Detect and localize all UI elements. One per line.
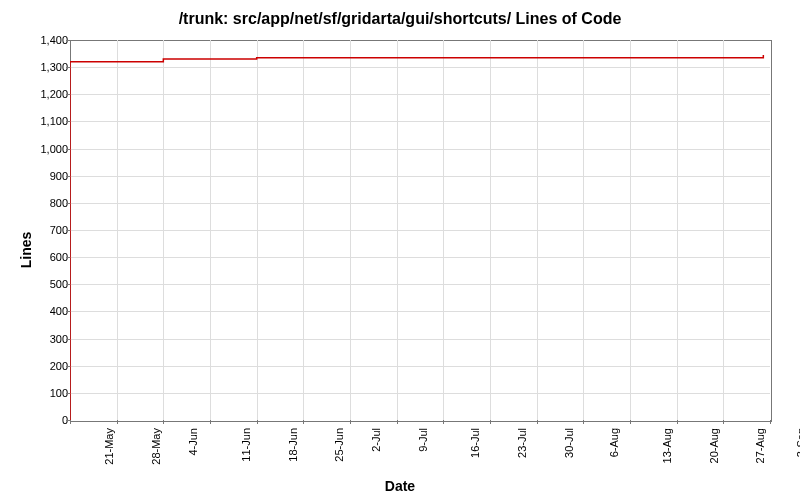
x-tick-label: 30-Jul bbox=[563, 428, 575, 458]
x-tick-label: 25-Jun bbox=[333, 428, 345, 462]
x-tick-label: 9-Jul bbox=[417, 428, 429, 452]
y-tick-label: 1,100 bbox=[32, 115, 68, 127]
x-tick-label: 28-May bbox=[149, 428, 161, 465]
x-tick-label: 13-Aug bbox=[661, 428, 673, 463]
x-tick-label: 20-Aug bbox=[708, 428, 720, 463]
chart-title: /trunk: src/app/net/sf/gridarta/gui/shor… bbox=[0, 10, 800, 28]
x-tick-label: 16-Jul bbox=[469, 428, 481, 458]
y-tick-label: 0 bbox=[32, 414, 68, 426]
plot-area bbox=[70, 40, 772, 422]
x-tick-label: 18-Jun bbox=[286, 428, 298, 462]
x-axis-label: Date bbox=[0, 478, 800, 494]
x-tick-label: 4-Jun bbox=[187, 428, 199, 456]
chart-container: /trunk: src/app/net/sf/gridarta/gui/shor… bbox=[0, 0, 800, 500]
y-tick-label: 500 bbox=[32, 278, 68, 290]
y-tick-label: 100 bbox=[32, 387, 68, 399]
y-tick-label: 1,400 bbox=[32, 34, 68, 46]
y-tick-label: 300 bbox=[32, 333, 68, 345]
x-tick-label: 11-Jun bbox=[240, 428, 252, 462]
y-tick-label: 800 bbox=[32, 197, 68, 209]
y-tick-label: 1,200 bbox=[32, 88, 68, 100]
x-tick-label: 21-May bbox=[103, 428, 115, 465]
y-tick-label: 1,300 bbox=[32, 61, 68, 73]
x-tick-label: 2-Jul bbox=[370, 428, 382, 452]
x-tick-label: 23-Jul bbox=[516, 428, 528, 458]
x-tick-label: 3-Sep bbox=[795, 428, 800, 457]
x-tick-label: 6-Aug bbox=[609, 428, 621, 457]
y-tick-label: 600 bbox=[32, 251, 68, 263]
y-tick-label: 900 bbox=[32, 170, 68, 182]
y-tick-label: 1,000 bbox=[32, 143, 68, 155]
y-tick-label: 700 bbox=[32, 224, 68, 236]
x-tick-label: 27-Aug bbox=[755, 428, 767, 463]
y-tick-label: 400 bbox=[32, 305, 68, 317]
y-tick-label: 200 bbox=[32, 360, 68, 372]
